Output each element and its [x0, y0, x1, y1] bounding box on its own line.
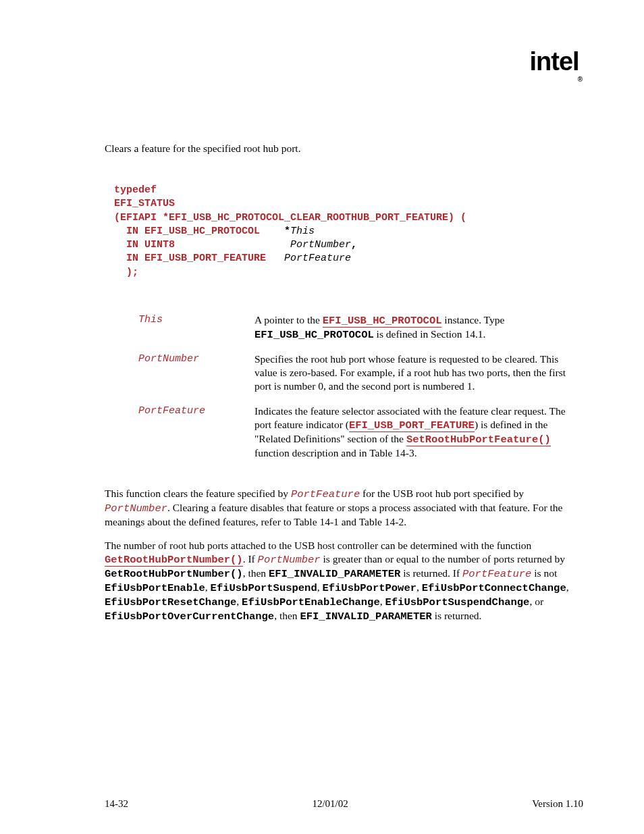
- proto-close: );: [114, 267, 138, 278]
- proto-param-portnumber: PortNumber: [290, 239, 351, 251]
- summary-text: Clears a feature for the specified root …: [105, 142, 583, 155]
- description-para-1: This function clears the feature specifi…: [105, 487, 583, 529]
- link-getroothubportnumber[interactable]: GetRootHubPortNumber(): [105, 554, 243, 567]
- footer-page-number: 14-32: [105, 798, 128, 810]
- footer-date: 12/01/02: [312, 798, 348, 810]
- link-setroothubportfeature[interactable]: SetRootHubPortFeature(): [406, 434, 551, 446]
- description-section: This function clears the feature specifi…: [105, 487, 583, 623]
- parameters-table: This A pointer to the EFI_USB_HC_PROTOCO…: [138, 313, 583, 460]
- param-desc-portfeature: Indicates the feature selector associate…: [254, 405, 583, 461]
- link-efi-usb-port-feature[interactable]: EFI_USB_PORT_FEATURE: [349, 419, 475, 432]
- brand-registered: ®: [578, 76, 582, 83]
- proto-typedef: typedef: [114, 184, 157, 196]
- proto-comma: ,: [351, 239, 357, 251]
- proto-in-type3: IN EFI_USB_PORT_FEATURE: [114, 253, 284, 264]
- param-desc-portnumber: Specifies the root hub port whose featur…: [254, 353, 583, 393]
- prototype-block: typedef EFI_STATUS (EFIAPI *EFI_USB_HC_P…: [114, 184, 583, 280]
- proto-in-type1: IN EFI_USB_HC_PROTOCOL: [114, 226, 284, 237]
- param-name-this: This: [138, 313, 254, 342]
- proto-efi-status: EFI_STATUS: [114, 198, 175, 209]
- param-desc-this: A pointer to the EFI_USB_HC_PROTOCOL ins…: [254, 313, 583, 342]
- proto-param-this: This: [290, 226, 315, 237]
- page-footer: 14-32 12/01/02 Version 1.10: [105, 798, 583, 810]
- description-para-2: The number of root hub ports attached to…: [105, 539, 583, 624]
- proto-star: *: [284, 226, 290, 237]
- param-name-portnumber: PortNumber: [138, 353, 254, 393]
- brand-logo: intel®: [530, 47, 584, 78]
- param-row-this: This A pointer to the EFI_USB_HC_PROTOCO…: [138, 313, 583, 342]
- param-row-portfeature: PortFeature Indicates the feature select…: [138, 405, 583, 461]
- proto-param-portfeature: PortFeature: [284, 253, 351, 264]
- link-efi-usb-hc-protocol[interactable]: EFI_USB_HC_PROTOCOL: [323, 315, 442, 328]
- proto-in-type2: IN UINT8: [114, 239, 290, 251]
- param-row-portnumber: PortNumber Specifies the root hub port w…: [138, 353, 583, 393]
- proto-signature: (EFIAPI *EFI_USB_HC_PROTOCOL_CLEAR_ROOTH…: [114, 212, 466, 224]
- param-name-portfeature: PortFeature: [138, 405, 254, 461]
- footer-version: Version 1.10: [532, 798, 583, 810]
- brand-text: intel: [530, 47, 579, 76]
